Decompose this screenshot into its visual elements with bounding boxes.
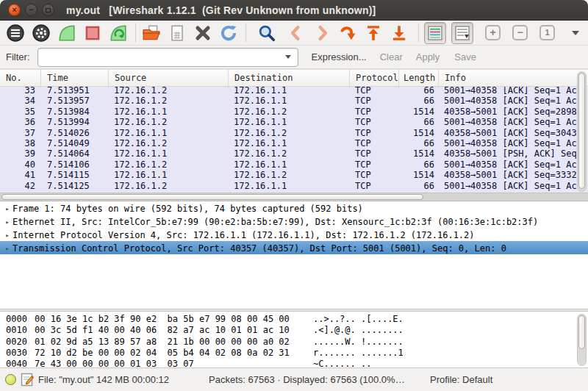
packet-list: 337.513951172.16.1.2172.16.1.1TCP665001→… bbox=[0, 87, 588, 193]
capture-options-icon[interactable] bbox=[31, 23, 51, 43]
titlebar: × − my.out [Wireshark 1.12.1 (Git Rev Un… bbox=[0, 0, 588, 21]
packet-row[interactable]: 387.514049172.16.1.2172.16.1.1TCP665001→… bbox=[0, 138, 588, 148]
status-file-info: File: "my.out" 142 MB 00:00:12 bbox=[38, 374, 169, 385]
detail-row-ip[interactable]: ▸Internet Protocol Version 4, Src: 172.1… bbox=[0, 228, 588, 241]
scrollbar-thumb[interactable] bbox=[578, 73, 585, 189]
column-header-destination[interactable]: Destination bbox=[229, 70, 350, 86]
zoom-in-button[interactable]: + bbox=[485, 25, 501, 40]
packet-row[interactable]: 357.513984172.16.1.1172.16.1.2TCP1514403… bbox=[0, 107, 588, 117]
file-close-icon[interactable] bbox=[193, 23, 213, 43]
packet-row[interactable]: 337.513951172.16.1.2172.16.1.1TCP665001→… bbox=[0, 87, 588, 96]
go-to-packet-icon[interactable] bbox=[337, 23, 358, 43]
clear-button[interactable]: Clear bbox=[380, 51, 403, 62]
go-to-top-icon[interactable] bbox=[363, 23, 384, 43]
wireshark-window: × − my.out [Wireshark 1.12.1 (Git Rev Un… bbox=[0, 0, 588, 391]
save-button[interactable]: Save bbox=[454, 51, 476, 62]
detail-row-ethernet[interactable]: ▸Ethernet II, Src: IntelCor_5b:e7:99 (90… bbox=[0, 215, 588, 228]
find-packet-icon[interactable] bbox=[257, 23, 277, 43]
status-bar: File: "my.out" 142 MB 00:00:12 Packets: … bbox=[0, 367, 588, 391]
expander-icon[interactable]: ▸ bbox=[2, 242, 12, 255]
hex-view-pane: 000000 16 3e 1c b2 3f 90 e2 ba 5b e7 99 … bbox=[0, 312, 588, 367]
filter-input[interactable] bbox=[38, 49, 285, 65]
filter-combobox[interactable] bbox=[37, 48, 298, 67]
go-forward-icon[interactable] bbox=[312, 23, 332, 43]
filter-bar: Filter: Expression... Clear Apply Save bbox=[0, 46, 588, 69]
column-header-source[interactable]: Source bbox=[109, 70, 229, 86]
detail-row-frame[interactable]: ▸Frame 1: 74 bytes on wire (592 bits), 7… bbox=[0, 201, 588, 215]
detail-row-tcp-selected[interactable]: ▸Transmission Control Protocol, Src Port… bbox=[0, 241, 588, 254]
packet-row[interactable]: 427.514125172.16.1.2172.16.1.1TCP665001→… bbox=[0, 181, 588, 191]
packet-list-hscrollbar[interactable] bbox=[0, 193, 588, 201]
status-packets-info: Packets: 67563 · Displayed: 67563 (100.0… bbox=[209, 374, 405, 385]
go-back-icon[interactable] bbox=[286, 23, 306, 43]
go-to-bottom-icon[interactable] bbox=[389, 23, 409, 43]
capture-comment-icon[interactable] bbox=[21, 373, 35, 389]
capture-start-icon[interactable] bbox=[57, 23, 77, 43]
toolbar-separator bbox=[135, 24, 136, 43]
window-maximize-button[interactable] bbox=[42, 4, 54, 16]
column-header-info[interactable]: Info bbox=[439, 70, 588, 86]
filter-dropdown-icon[interactable] bbox=[285, 55, 291, 59]
status-profile[interactable]: Profile: Default bbox=[430, 374, 492, 385]
hex-row[interactable]: 000000 16 3e 1c b2 3f 90 e2 ba 5b e7 99 … bbox=[0, 314, 588, 325]
window-close-button[interactable]: × bbox=[8, 4, 21, 16]
main-toolbar: + − 1 bbox=[0, 21, 588, 46]
column-header-no[interactable]: No. bbox=[0, 70, 41, 86]
capture-stop-icon[interactable] bbox=[82, 23, 103, 43]
toolbar-overflow-icon[interactable] bbox=[572, 31, 579, 35]
zoom-out-button[interactable]: − bbox=[512, 25, 528, 40]
column-header-protocol[interactable]: Protocol bbox=[350, 70, 399, 86]
hex-view-scrollbar[interactable] bbox=[577, 314, 587, 366]
window-title: my.out [Wireshark 1.12.1 (Git Rev Unknow… bbox=[66, 4, 376, 16]
toolbar-separator bbox=[245, 24, 246, 43]
packet-row[interactable]: 417.514115172.16.1.1172.16.1.2TCP1514403… bbox=[0, 170, 588, 180]
apply-button[interactable]: Apply bbox=[416, 51, 440, 62]
hex-row[interactable]: 003072 10 d2 be 00 00 02 04 05 b4 04 02 … bbox=[0, 348, 588, 359]
colorize-toggle-button[interactable] bbox=[424, 22, 446, 44]
capture-restart-icon[interactable] bbox=[108, 23, 129, 43]
reload-icon[interactable] bbox=[218, 23, 239, 43]
expander-icon[interactable]: ▸ bbox=[2, 229, 12, 242]
packet-row[interactable]: 367.513994172.16.1.2172.16.1.1TCP665001→… bbox=[0, 117, 588, 127]
packet-details-pane: ▸Frame 1: 74 bytes on wire (592 bits), 7… bbox=[0, 201, 588, 309]
list-interfaces-icon[interactable] bbox=[5, 23, 26, 43]
toolbar-separator bbox=[418, 24, 419, 43]
expander-icon[interactable]: ▸ bbox=[2, 202, 12, 215]
column-header-time[interactable]: Time bbox=[41, 70, 109, 86]
expert-info-icon[interactable] bbox=[5, 374, 16, 385]
scrollbar-thumb[interactable] bbox=[578, 315, 585, 349]
expander-icon[interactable]: ▸ bbox=[2, 215, 12, 229]
hex-row[interactable]: 002001 02 9d a5 13 89 57 a8 21 1b 00 00 … bbox=[0, 337, 588, 348]
packet-row[interactable]: 407.514106172.16.1.2172.16.1.1TCP665001→… bbox=[0, 159, 588, 170]
expression-button[interactable]: Expression... bbox=[312, 51, 367, 62]
packet-list-header: No. Time Source Destination Protocol Len… bbox=[0, 69, 588, 87]
scrollbar-thumb[interactable] bbox=[1, 194, 423, 200]
file-save-icon[interactable] bbox=[167, 23, 187, 43]
packet-row[interactable]: 397.514064172.16.1.1172.16.1.2TCP1514403… bbox=[0, 148, 588, 159]
packet-list-scrollbar[interactable] bbox=[577, 71, 587, 192]
hex-row[interactable]: 001000 3c 5d f1 40 00 40 06 82 a7 ac 10 … bbox=[0, 325, 588, 336]
column-header-length[interactable]: Length bbox=[399, 70, 439, 86]
packet-row[interactable]: 377.514026172.16.1.1172.16.1.2TCP1514403… bbox=[0, 128, 588, 138]
window-minimize-button[interactable]: − bbox=[25, 4, 37, 16]
packet-row[interactable]: 347.513957172.16.1.2172.16.1.1TCP665001→… bbox=[0, 96, 588, 106]
filter-label: Filter: bbox=[6, 51, 30, 62]
hex-row[interactable]: 00407e 43 00 00 00 00 01 03 03 07~C.....… bbox=[0, 359, 588, 367]
zoom-normal-button[interactable]: 1 bbox=[539, 25, 555, 40]
autoscroll-toggle-button[interactable] bbox=[451, 22, 473, 44]
file-open-icon[interactable] bbox=[141, 23, 162, 43]
